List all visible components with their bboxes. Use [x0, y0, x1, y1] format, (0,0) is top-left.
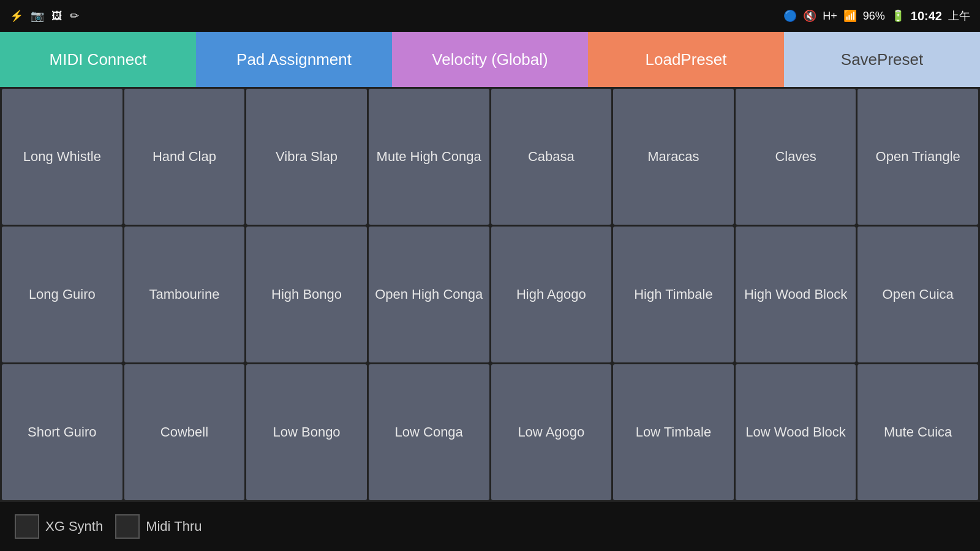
status-right-info: 🔵 🔇 H+ 📶 96% 🔋 10:42 上午: [783, 9, 970, 23]
pad-button[interactable]: Cabasa: [491, 89, 612, 225]
pad-button[interactable]: High Bongo: [246, 227, 367, 362]
pad-button[interactable]: Long Guiro: [2, 227, 123, 362]
pad-button[interactable]: Long Whistle: [2, 89, 123, 225]
battery-icon: 🔋: [891, 9, 905, 23]
tab-pad-assignment[interactable]: Pad Assignment: [196, 32, 392, 87]
pad-button[interactable]: Low Timbale: [613, 364, 734, 500]
pad-button[interactable]: Mute Cuica: [858, 364, 978, 500]
pad-button[interactable]: Open Triangle: [858, 89, 978, 225]
pad-button[interactable]: Low Wood Block: [736, 364, 856, 500]
midi-thru-label: Midi Thru: [146, 519, 202, 534]
midi-thru-checkbox[interactable]: [115, 514, 140, 539]
pad-button[interactable]: Maracas: [613, 89, 734, 225]
midi-thru-group: Midi Thru: [115, 514, 202, 539]
edit-icon: ✏: [70, 9, 79, 23]
tab-midi-connect[interactable]: MIDI Connect: [0, 32, 196, 87]
camera-icon: 📷: [31, 9, 44, 23]
pad-button[interactable]: Short Guiro: [2, 364, 123, 500]
pad-grid: Long WhistleHand ClapVibra SlapMute High…: [0, 87, 980, 502]
pad-button[interactable]: Low Conga: [369, 364, 489, 500]
tab-save-preset[interactable]: SavePreset: [784, 32, 980, 87]
status-left-icons: ⚡ 📷 🖼 ✏: [10, 9, 79, 23]
tab-load-preset[interactable]: LoadPreset: [588, 32, 784, 87]
network-icon: H+: [823, 10, 837, 23]
tab-velocity-global[interactable]: Velocity (Global): [392, 32, 588, 87]
pad-button[interactable]: Low Agogo: [491, 364, 612, 500]
pad-button[interactable]: Claves: [736, 89, 856, 225]
tab-bar: MIDI Connect Pad Assignment Velocity (Gl…: [0, 32, 980, 87]
pad-button[interactable]: Mute High Conga: [369, 89, 489, 225]
bluetooth-icon: 🔵: [783, 9, 797, 23]
pad-button[interactable]: Hand Clap: [124, 89, 245, 225]
pad-button[interactable]: Tambourine: [124, 227, 245, 362]
pad-button[interactable]: Vibra Slap: [246, 89, 367, 225]
pad-button[interactable]: Open High Conga: [369, 227, 489, 362]
usb-icon: ⚡: [10, 9, 23, 23]
image-icon: 🖼: [51, 10, 62, 23]
status-bar: ⚡ 📷 🖼 ✏ 🔵 🔇 H+ 📶 96% 🔋 10:42 上午: [0, 0, 980, 32]
pad-button[interactable]: Cowbell: [124, 364, 245, 500]
xg-synth-group: XG Synth: [15, 514, 103, 539]
pad-button[interactable]: Open Cuica: [858, 227, 978, 362]
time-display: 10:42: [911, 9, 942, 23]
battery-percent: 96%: [863, 10, 885, 23]
xg-synth-label: XG Synth: [45, 519, 103, 534]
pad-button[interactable]: High Timbale: [613, 227, 734, 362]
xg-synth-checkbox[interactable]: [15, 514, 39, 539]
bottom-bar: XG Synth Midi Thru: [0, 502, 980, 551]
ampm-display: 上午: [948, 9, 970, 23]
mute-icon: 🔇: [803, 9, 816, 23]
pad-button[interactable]: Low Bongo: [246, 364, 367, 500]
signal-bars: 📶: [843, 9, 857, 23]
pad-button[interactable]: High Wood Block: [736, 227, 856, 362]
pad-button[interactable]: High Agogo: [491, 227, 612, 362]
